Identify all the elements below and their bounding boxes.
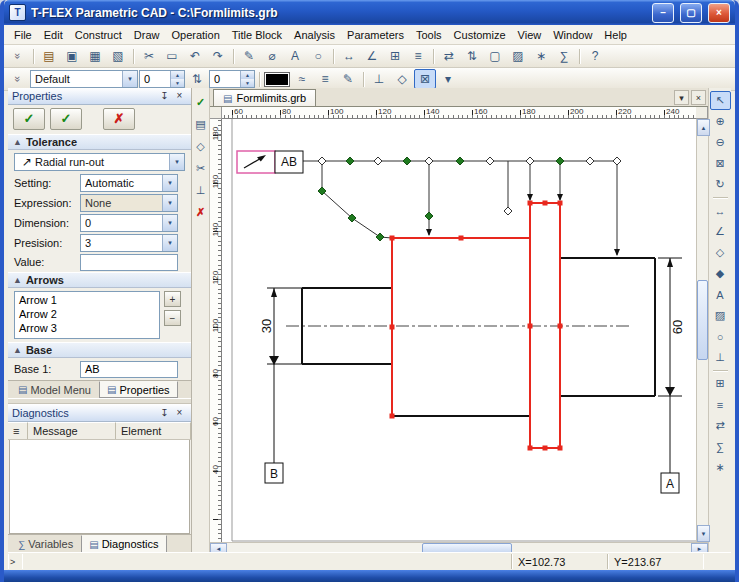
toolbar-options-icon[interactable]: » [8,68,28,90]
list-item[interactable]: Arrow 3 [19,321,155,335]
drawing[interactable]: AB B A 30 60 [222,119,696,542]
trim-icon[interactable]: ✂ [192,159,210,177]
axis-icon[interactable]: ⊥ [368,69,390,89]
angle-icon[interactable]: ∠ [361,46,383,66]
scroll-up-icon[interactable]: ▲ [697,119,710,136]
help-icon[interactable]: ? [584,46,606,66]
tab-list-icon[interactable]: ▾ [674,90,689,105]
confirm-icon[interactable]: ✓ [192,93,210,111]
hatch-icon[interactable]: ▨ [507,46,529,66]
spin-up-icon[interactable]: ▲ [171,71,184,79]
dimension-icon[interactable]: ↔ [710,201,731,220]
zoom-in-icon[interactable]: ⊕ [710,112,731,131]
spin-down-icon[interactable]: ▼ [241,79,254,87]
drawing-canvas[interactable]: AB B A 30 60 [222,119,696,542]
layers-icon[interactable]: ≡ [710,395,731,414]
chevron-down-icon[interactable]: ▾ [162,235,177,251]
settings-icon[interactable]: ∗ [710,458,731,477]
minimize-button[interactable]: – [652,3,674,23]
print-icon[interactable]: ▦ [84,46,106,66]
cancel-icon[interactable]: ✗ [192,203,210,221]
variables-icon[interactable]: ∑ [553,46,575,66]
menu-construct[interactable]: Construct [69,27,128,43]
diagnostics-body[interactable] [9,440,190,534]
chevron-down-icon[interactable]: ▾ [162,215,177,231]
point-icon[interactable]: ◆ [710,264,731,283]
chevron-down-icon[interactable]: ▾ [122,71,137,87]
circle-icon[interactable]: ○ [710,327,731,346]
status-expander[interactable]: > [8,554,22,569]
close-document-icon[interactable]: × [691,90,706,105]
menu-analysis[interactable]: Analysis [288,27,341,43]
swap-icon[interactable]: ⇄ [438,46,460,66]
menu-operation[interactable]: Operation [165,27,225,43]
more-tools-icon[interactable]: ▾ [437,69,459,89]
tolerance-tool-icon[interactable]: ⊠ [414,69,436,89]
tolerance-type-combo[interactable]: ↗ Radial run-out ▾ [14,153,185,171]
maximize-button[interactable]: ▢ [680,3,702,23]
tab-model-menu[interactable]: ▤ Model Menu [10,381,99,398]
chevron-down-icon[interactable]: ▾ [162,175,177,191]
cut-icon[interactable]: ✂ [138,46,160,66]
select-node-icon[interactable]: ◇ [192,137,210,155]
feature-control-frame[interactable]: AB [237,151,303,173]
menu-edit[interactable]: Edit [38,27,69,43]
color-swatch[interactable] [264,72,290,87]
menu-help[interactable]: Help [598,27,633,43]
shaft-outline[interactable] [302,258,655,416]
redo-icon[interactable]: ↷ [207,46,229,66]
node-icon[interactable]: ◇ [391,69,413,89]
type-column-icon[interactable]: ≡ [8,422,28,439]
node-icon[interactable]: ◇ [710,243,731,262]
menu-file[interactable]: File [8,27,38,43]
priority-spinner[interactable]: 0 ▲▼ [209,70,255,88]
snap-node-markers[interactable] [318,157,564,241]
dim-60-text[interactable]: 60 [670,320,685,334]
undo-icon[interactable]: ↶ [184,46,206,66]
level-spinner[interactable]: 0 ▲▼ [139,70,185,88]
datum-b-label[interactable]: B [265,463,283,483]
axis-icon[interactable]: ⊥ [192,181,210,199]
variables-icon[interactable]: ∑ [710,437,731,456]
measure-icon[interactable]: ⌀ [261,46,283,66]
text-icon[interactable]: A [710,285,731,304]
spin-up-icon[interactable]: ▲ [241,71,254,79]
datum-a-label[interactable]: A [661,473,679,493]
close-panel-icon[interactable]: × [172,405,187,420]
axis-icon[interactable]: ⊥ [710,348,731,367]
hatch-icon[interactable]: ▨ [710,306,731,325]
updown-icon[interactable]: ⇅ [461,46,483,66]
menu-view[interactable]: View [512,27,548,43]
toolbar-options-icon[interactable]: » [8,45,28,67]
menu-title-block[interactable]: Title Block [226,27,288,43]
zoom-window-icon[interactable]: ⊠ [710,154,731,173]
open-icon[interactable]: ▤ [38,46,60,66]
remove-arrow-button[interactable]: − [164,310,181,326]
precision-combo[interactable]: 3 ▾ [80,234,178,252]
scroll-down-icon[interactable]: ▼ [697,525,710,542]
dimension-icon[interactable]: ↔ [338,46,360,66]
grid-icon[interactable]: ⊞ [710,374,731,393]
chevron-down-icon[interactable]: ▾ [162,195,177,211]
construction-lines[interactable] [303,161,617,255]
list-item[interactable]: Arrow 1 [19,293,155,307]
vscroll-thumb[interactable] [697,280,708,360]
base-input[interactable]: AB [80,361,178,378]
ok-button[interactable]: ✓ [13,108,45,130]
close-panel-icon[interactable]: × [172,88,187,103]
dim-30-text[interactable]: 30 [259,319,274,333]
value-input[interactable] [80,254,178,271]
tab-diagnostics[interactable]: ▤ Diagnostics [81,535,166,553]
fragment-icon[interactable]: ▤ [192,115,210,133]
cancel-button[interactable]: ✗ [103,108,135,130]
zoom-out-icon[interactable]: ⊖ [710,133,731,152]
dimension-combo[interactable]: 0 ▾ [80,214,178,232]
save-icon[interactable]: ▣ [61,46,83,66]
pin-icon[interactable]: ↧ [157,88,172,103]
document-tab[interactable]: ▤ Formlimits.grb [213,89,316,106]
ellipse-icon[interactable]: ○ [307,46,329,66]
message-column[interactable]: Message [28,422,116,439]
select-icon[interactable]: ↖ [710,91,731,110]
tab-properties[interactable]: ▤ Properties [99,381,178,398]
close-button[interactable]: × [708,3,730,23]
